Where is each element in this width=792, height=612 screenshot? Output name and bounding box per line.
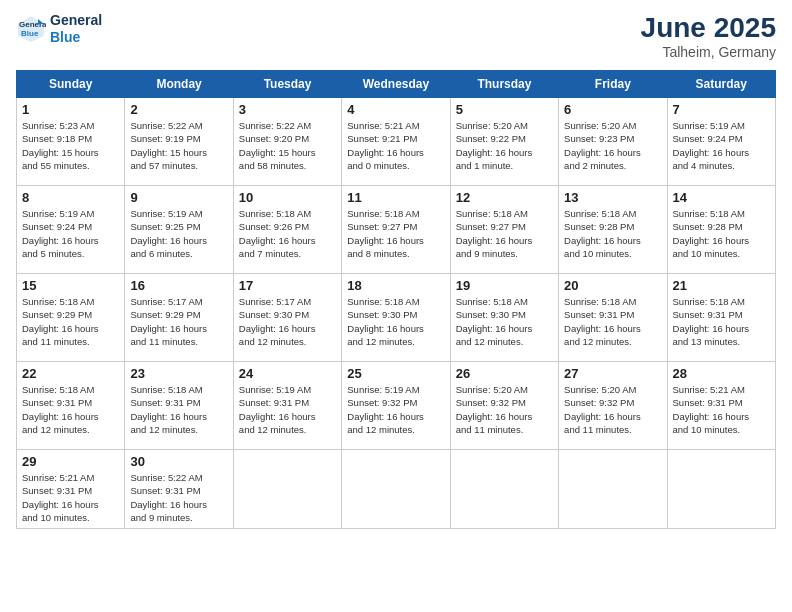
day-info: Sunrise: 5:21 AM Sunset: 9:31 PM Dayligh… [673, 383, 770, 436]
calendar-cell-17: 17Sunrise: 5:17 AM Sunset: 9:30 PM Dayli… [233, 274, 341, 362]
weekday-header-row: Sunday Monday Tuesday Wednesday Thursday… [17, 71, 776, 98]
day-number: 21 [673, 278, 770, 293]
day-info: Sunrise: 5:18 AM Sunset: 9:30 PM Dayligh… [347, 295, 444, 348]
day-number: 9 [130, 190, 227, 205]
day-info: Sunrise: 5:20 AM Sunset: 9:32 PM Dayligh… [456, 383, 553, 436]
day-number: 25 [347, 366, 444, 381]
day-number: 3 [239, 102, 336, 117]
calendar-cell-21: 21Sunrise: 5:18 AM Sunset: 9:31 PM Dayli… [667, 274, 775, 362]
logo: General Blue General Blue [16, 12, 102, 46]
day-info: Sunrise: 5:20 AM Sunset: 9:32 PM Dayligh… [564, 383, 661, 436]
location: Talheim, Germany [641, 44, 776, 60]
day-number: 24 [239, 366, 336, 381]
logo-icon: General Blue [16, 14, 46, 44]
day-info: Sunrise: 5:23 AM Sunset: 9:18 PM Dayligh… [22, 119, 119, 172]
day-info: Sunrise: 5:18 AM Sunset: 9:31 PM Dayligh… [673, 295, 770, 348]
svg-text:Blue: Blue [21, 29, 39, 38]
day-info: Sunrise: 5:17 AM Sunset: 9:30 PM Dayligh… [239, 295, 336, 348]
header-sunday: Sunday [17, 71, 125, 98]
calendar-cell-15: 15Sunrise: 5:18 AM Sunset: 9:29 PM Dayli… [17, 274, 125, 362]
title-area: June 2025 Talheim, Germany [641, 12, 776, 60]
day-info: Sunrise: 5:17 AM Sunset: 9:29 PM Dayligh… [130, 295, 227, 348]
day-info: Sunrise: 5:22 AM Sunset: 9:19 PM Dayligh… [130, 119, 227, 172]
calendar-cell-22: 22Sunrise: 5:18 AM Sunset: 9:31 PM Dayli… [17, 362, 125, 450]
month-title: June 2025 [641, 12, 776, 44]
calendar-cell-16: 16Sunrise: 5:17 AM Sunset: 9:29 PM Dayli… [125, 274, 233, 362]
week-row-3: 15Sunrise: 5:18 AM Sunset: 9:29 PM Dayli… [17, 274, 776, 362]
calendar-cell-25: 25Sunrise: 5:19 AM Sunset: 9:32 PM Dayli… [342, 362, 450, 450]
calendar-cell-31 [233, 450, 341, 529]
day-info: Sunrise: 5:22 AM Sunset: 9:31 PM Dayligh… [130, 471, 227, 524]
day-info: Sunrise: 5:18 AM Sunset: 9:31 PM Dayligh… [564, 295, 661, 348]
day-info: Sunrise: 5:18 AM Sunset: 9:27 PM Dayligh… [456, 207, 553, 260]
day-number: 29 [22, 454, 119, 469]
calendar-cell-14: 14Sunrise: 5:18 AM Sunset: 9:28 PM Dayli… [667, 186, 775, 274]
calendar-cell-2: 2Sunrise: 5:22 AM Sunset: 9:19 PM Daylig… [125, 98, 233, 186]
header-thursday: Thursday [450, 71, 558, 98]
day-number: 20 [564, 278, 661, 293]
day-number: 1 [22, 102, 119, 117]
logo-text-general: General [50, 12, 102, 29]
calendar-cell-6: 6Sunrise: 5:20 AM Sunset: 9:23 PM Daylig… [559, 98, 667, 186]
calendar-cell-7: 7Sunrise: 5:19 AM Sunset: 9:24 PM Daylig… [667, 98, 775, 186]
day-number: 22 [22, 366, 119, 381]
day-info: Sunrise: 5:18 AM Sunset: 9:31 PM Dayligh… [22, 383, 119, 436]
header-friday: Friday [559, 71, 667, 98]
calendar-cell-19: 19Sunrise: 5:18 AM Sunset: 9:30 PM Dayli… [450, 274, 558, 362]
day-info: Sunrise: 5:18 AM Sunset: 9:30 PM Dayligh… [456, 295, 553, 348]
week-row-4: 22Sunrise: 5:18 AM Sunset: 9:31 PM Dayli… [17, 362, 776, 450]
calendar-cell-18: 18Sunrise: 5:18 AM Sunset: 9:30 PM Dayli… [342, 274, 450, 362]
day-number: 30 [130, 454, 227, 469]
week-row-5: 29Sunrise: 5:21 AM Sunset: 9:31 PM Dayli… [17, 450, 776, 529]
calendar-cell-28: 28Sunrise: 5:21 AM Sunset: 9:31 PM Dayli… [667, 362, 775, 450]
day-number: 11 [347, 190, 444, 205]
calendar-cell-13: 13Sunrise: 5:18 AM Sunset: 9:28 PM Dayli… [559, 186, 667, 274]
day-info: Sunrise: 5:18 AM Sunset: 9:28 PM Dayligh… [673, 207, 770, 260]
day-number: 12 [456, 190, 553, 205]
day-info: Sunrise: 5:18 AM Sunset: 9:29 PM Dayligh… [22, 295, 119, 348]
header: General Blue General Blue June 2025 Talh… [16, 12, 776, 60]
day-info: Sunrise: 5:19 AM Sunset: 9:25 PM Dayligh… [130, 207, 227, 260]
day-number: 17 [239, 278, 336, 293]
calendar-cell-11: 11Sunrise: 5:18 AM Sunset: 9:27 PM Dayli… [342, 186, 450, 274]
calendar-cell-34 [559, 450, 667, 529]
calendar-cell-20: 20Sunrise: 5:18 AM Sunset: 9:31 PM Dayli… [559, 274, 667, 362]
calendar-cell-27: 27Sunrise: 5:20 AM Sunset: 9:32 PM Dayli… [559, 362, 667, 450]
day-info: Sunrise: 5:19 AM Sunset: 9:24 PM Dayligh… [673, 119, 770, 172]
day-number: 27 [564, 366, 661, 381]
calendar-cell-29: 29Sunrise: 5:21 AM Sunset: 9:31 PM Dayli… [17, 450, 125, 529]
header-saturday: Saturday [667, 71, 775, 98]
day-number: 16 [130, 278, 227, 293]
calendar-cell-1: 1Sunrise: 5:23 AM Sunset: 9:18 PM Daylig… [17, 98, 125, 186]
header-tuesday: Tuesday [233, 71, 341, 98]
day-info: Sunrise: 5:20 AM Sunset: 9:23 PM Dayligh… [564, 119, 661, 172]
day-number: 7 [673, 102, 770, 117]
day-number: 19 [456, 278, 553, 293]
day-number: 4 [347, 102, 444, 117]
calendar-cell-12: 12Sunrise: 5:18 AM Sunset: 9:27 PM Dayli… [450, 186, 558, 274]
calendar-cell-23: 23Sunrise: 5:18 AM Sunset: 9:31 PM Dayli… [125, 362, 233, 450]
day-number: 28 [673, 366, 770, 381]
calendar-cell-5: 5Sunrise: 5:20 AM Sunset: 9:22 PM Daylig… [450, 98, 558, 186]
calendar-cell-30: 30Sunrise: 5:22 AM Sunset: 9:31 PM Dayli… [125, 450, 233, 529]
svg-text:General: General [19, 20, 46, 29]
day-info: Sunrise: 5:20 AM Sunset: 9:22 PM Dayligh… [456, 119, 553, 172]
calendar-cell-32 [342, 450, 450, 529]
calendar-cell-33 [450, 450, 558, 529]
calendar-cell-35 [667, 450, 775, 529]
calendar-cell-8: 8Sunrise: 5:19 AM Sunset: 9:24 PM Daylig… [17, 186, 125, 274]
header-monday: Monday [125, 71, 233, 98]
page: General Blue General Blue June 2025 Talh… [0, 0, 792, 612]
day-info: Sunrise: 5:19 AM Sunset: 9:24 PM Dayligh… [22, 207, 119, 260]
day-number: 5 [456, 102, 553, 117]
week-row-2: 8Sunrise: 5:19 AM Sunset: 9:24 PM Daylig… [17, 186, 776, 274]
day-number: 23 [130, 366, 227, 381]
header-wednesday: Wednesday [342, 71, 450, 98]
calendar-cell-9: 9Sunrise: 5:19 AM Sunset: 9:25 PM Daylig… [125, 186, 233, 274]
day-number: 10 [239, 190, 336, 205]
day-info: Sunrise: 5:19 AM Sunset: 9:31 PM Dayligh… [239, 383, 336, 436]
calendar-cell-4: 4Sunrise: 5:21 AM Sunset: 9:21 PM Daylig… [342, 98, 450, 186]
logo-text-blue: Blue [50, 29, 102, 46]
day-info: Sunrise: 5:18 AM Sunset: 9:26 PM Dayligh… [239, 207, 336, 260]
day-number: 13 [564, 190, 661, 205]
